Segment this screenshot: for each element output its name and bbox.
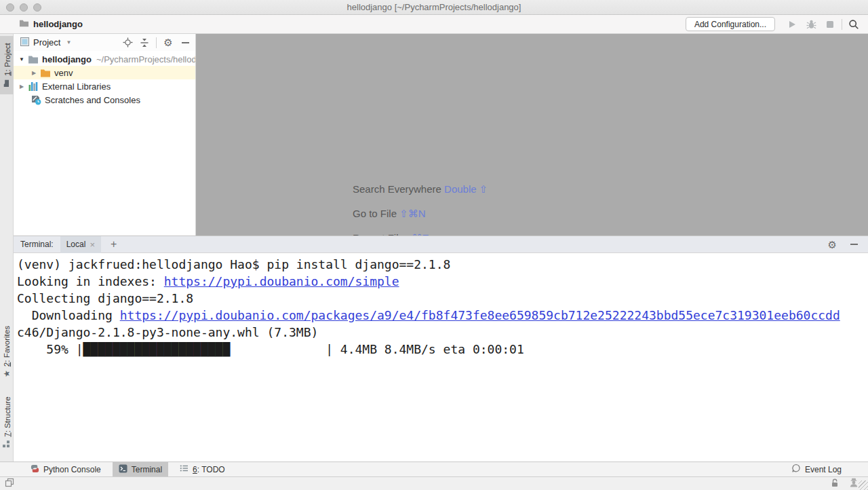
project-tree: ▼ hellodjango ~/PycharmProjects/hellodja… bbox=[14, 52, 195, 107]
left-tool-stripe: 1: Project ★ 2: Favorites 7: Structure bbox=[0, 34, 14, 461]
terminal-button-label: Terminal bbox=[132, 465, 162, 474]
header-separator bbox=[156, 37, 157, 48]
chevron-collapsed-icon[interactable]: ▶ bbox=[30, 70, 38, 76]
terminal-link[interactable]: https://pypi.doubanio.com/simple bbox=[164, 274, 399, 288]
pycharm-window: hellodjango [~/PycharmProjects/hellodjan… bbox=[0, 0, 868, 490]
chevron-expanded-icon[interactable]: ▼ bbox=[18, 56, 26, 62]
hector-inspections-icon[interactable] bbox=[849, 478, 859, 489]
terminal-tab-bar: Terminal: Local × + ⚙ bbox=[14, 235, 868, 253]
debug-bug-icon[interactable] bbox=[804, 17, 818, 32]
new-terminal-session-icon[interactable]: + bbox=[111, 239, 117, 250]
terminal-tab-local[interactable]: Local × bbox=[60, 236, 101, 253]
search-everywhere-icon[interactable] bbox=[846, 17, 861, 32]
event-log-balloon-icon bbox=[791, 464, 801, 475]
chevron-collapsed-icon[interactable]: ▶ bbox=[18, 83, 26, 90]
titlebar: hellodjango [~/PycharmProjects/hellodjan… bbox=[0, 0, 868, 15]
python-console-icon bbox=[31, 464, 39, 475]
terminal-settings-gear-icon[interactable]: ⚙ bbox=[828, 240, 837, 250]
hide-panel-icon[interactable] bbox=[179, 37, 191, 49]
main-toolbar: hellodjango Add Configuration... bbox=[0, 15, 868, 34]
scratches-icon bbox=[31, 94, 41, 105]
terminal-button[interactable]: Terminal bbox=[113, 462, 168, 477]
project-panel: Project ▼ bbox=[14, 34, 196, 235]
tool-window-bar: Python Console Terminal bbox=[0, 461, 868, 476]
tree-row-root[interactable]: ▼ hellodjango ~/PycharmProjects/hellodja… bbox=[14, 52, 195, 66]
project-panel-header: Project ▼ bbox=[14, 34, 195, 51]
terminal-panel: Terminal: Local × + ⚙ (venv) jackfrued:h… bbox=[14, 235, 868, 461]
tree-root-path: ~/PycharmProjects/hellodjango bbox=[96, 54, 195, 64]
libraries-icon bbox=[28, 81, 39, 92]
run-icon[interactable] bbox=[785, 17, 800, 32]
terminal-line: (venv) jackfrued:hellodjango Hao$ pip in… bbox=[17, 256, 868, 273]
status-bar bbox=[0, 476, 868, 490]
folder-icon bbox=[28, 54, 39, 64]
gear-icon[interactable]: ⚙ bbox=[162, 37, 174, 49]
window-title: hellodjango [~/PycharmProjects/hellodjan… bbox=[0, 2, 868, 12]
terminal-line: Collecting django==2.1.8 bbox=[17, 290, 868, 307]
structure-icon bbox=[3, 440, 12, 448]
collapse-all-icon[interactable] bbox=[138, 37, 151, 49]
breadcrumb[interactable]: hellodjango bbox=[19, 18, 83, 30]
sidebar-tab-structure[interactable]: 7: Structure bbox=[0, 390, 14, 455]
todo-list-icon bbox=[180, 464, 189, 474]
hide-terminal-icon[interactable] bbox=[848, 238, 860, 250]
breadcrumb-label: hellodjango bbox=[33, 19, 83, 29]
project-view-selector[interactable]: Project ▼ bbox=[20, 37, 71, 48]
todo-button[interactable]: 6: TODO bbox=[174, 462, 231, 477]
terminal-panel-label: Terminal: bbox=[20, 240, 54, 249]
chevron-down-icon: ▼ bbox=[66, 39, 71, 45]
add-configuration-button[interactable]: Add Configuration... bbox=[686, 17, 775, 31]
event-log-label: Event Log bbox=[805, 465, 842, 474]
resize-grip[interactable] bbox=[859, 480, 868, 490]
hint-go-to-file: Go to File ⇧⌘N bbox=[353, 208, 488, 220]
project-tab-folder-icon bbox=[3, 79, 12, 88]
venv-folder-icon bbox=[40, 68, 51, 77]
structure-tab-label: 7: Structure bbox=[3, 396, 11, 436]
tree-row-external-libraries[interactable]: ▶ External Libraries bbox=[14, 79, 195, 93]
folder-icon bbox=[19, 18, 29, 30]
project-panel-title: Project bbox=[33, 37, 60, 48]
sidebar-tab-favorites[interactable]: ★ 2: Favorites bbox=[0, 318, 14, 385]
hint-search-everywhere: Search Everywhere Double ⇧ bbox=[353, 183, 488, 195]
terminal-line: Downloading https://pypi.doubanio.com/pa… bbox=[17, 307, 868, 324]
python-console-label: Python Console bbox=[43, 465, 101, 474]
stop-icon[interactable] bbox=[823, 17, 837, 32]
terminal-tab-label: Local bbox=[66, 240, 86, 249]
tree-external-libraries-label: External Libraries bbox=[42, 81, 111, 92]
unlocked-padlock-icon[interactable] bbox=[830, 478, 840, 489]
locate-file-icon[interactable] bbox=[121, 37, 134, 49]
tree-row-venv[interactable]: ▶ venv bbox=[14, 66, 195, 79]
tree-row-scratches[interactable]: Scratches and Consoles bbox=[14, 93, 195, 107]
terminal-progress-line: 59% |████████████████████ | 4.4MB 8.4MB/… bbox=[17, 341, 868, 358]
toolbar-right: Add Configuration... bbox=[686, 17, 861, 32]
project-tab-label: 1: Project bbox=[3, 43, 11, 76]
event-log-button[interactable]: Event Log bbox=[785, 462, 848, 477]
terminal-output[interactable]: (venv) jackfrued:hellodjango Hao$ pip in… bbox=[14, 253, 868, 461]
tree-scratches-label: Scratches and Consoles bbox=[45, 95, 140, 105]
terminal-line: c46/Django-2.1.8-py3-none-any.whl (7.3MB… bbox=[17, 324, 868, 341]
terminal-line: Looking in indexes: https://pypi.doubani… bbox=[17, 273, 868, 290]
todo-button-label: 6: TODO bbox=[193, 465, 225, 474]
favorites-star-icon: ★ bbox=[2, 370, 12, 377]
close-tab-icon[interactable]: × bbox=[90, 240, 95, 249]
tool-window-switcher-icon[interactable] bbox=[5, 478, 14, 489]
tree-root-label: hellodjango bbox=[42, 54, 92, 64]
project-view-icon bbox=[20, 37, 29, 48]
sidebar-tab-project[interactable]: 1: Project bbox=[0, 36, 14, 94]
shortcut-hints: Search Everywhere Double ⇧ Go to File ⇧⌘… bbox=[353, 183, 488, 235]
python-console-button[interactable]: Python Console bbox=[24, 462, 107, 477]
tree-venv-label: venv bbox=[54, 68, 73, 78]
terminal-link[interactable]: https://pypi.doubanio.com/packages/a9/e4… bbox=[120, 308, 840, 322]
toolbar-separator bbox=[842, 19, 842, 30]
terminal-icon bbox=[119, 464, 127, 475]
editor-area: Search Everywhere Double ⇧ Go to File ⇧⌘… bbox=[196, 34, 868, 235]
favorites-tab-label: 2: Favorites bbox=[3, 326, 11, 366]
